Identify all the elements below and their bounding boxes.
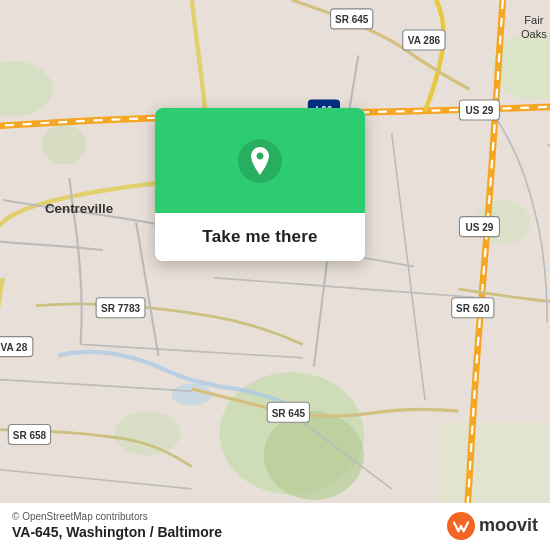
moovit-logo: moovit [447,512,538,540]
svg-text:VA 28: VA 28 [1,342,28,353]
location-pin-icon [238,139,282,183]
svg-text:Fair: Fair [524,14,543,26]
svg-text:SR 658: SR 658 [13,430,47,441]
moovit-icon [447,512,475,540]
map-background: SR 645 VA 286 I 66 VA 28 US 29 US 29 VA … [0,0,550,550]
svg-point-5 [42,124,86,164]
svg-text:VA 286: VA 286 [408,35,441,46]
moovit-text: moovit [479,515,538,536]
map-container: SR 645 VA 286 I 66 VA 28 US 29 US 29 VA … [0,0,550,550]
svg-text:SR 645: SR 645 [272,408,306,419]
svg-text:Oaks: Oaks [521,28,547,40]
take-me-there-button[interactable]: Take me there [155,213,365,261]
card-header [155,108,365,213]
svg-point-6 [114,411,181,455]
bottom-info: © OpenStreetMap contributors VA-645, Was… [12,511,222,540]
svg-point-2 [264,411,364,500]
svg-text:US 29: US 29 [466,222,494,233]
svg-text:Centreville: Centreville [45,201,113,216]
svg-point-9 [172,383,212,405]
svg-text:SR 620: SR 620 [456,303,490,314]
attribution-text: © OpenStreetMap contributors [12,511,222,522]
svg-text:US 29: US 29 [466,105,494,116]
svg-text:SR 7783: SR 7783 [101,303,140,314]
navigation-card: Take me there [155,108,365,261]
bottom-bar: © OpenStreetMap contributors VA-645, Was… [0,503,550,550]
svg-text:SR 645: SR 645 [335,14,369,25]
location-label: VA-645, Washington / Baltimore [12,524,222,540]
